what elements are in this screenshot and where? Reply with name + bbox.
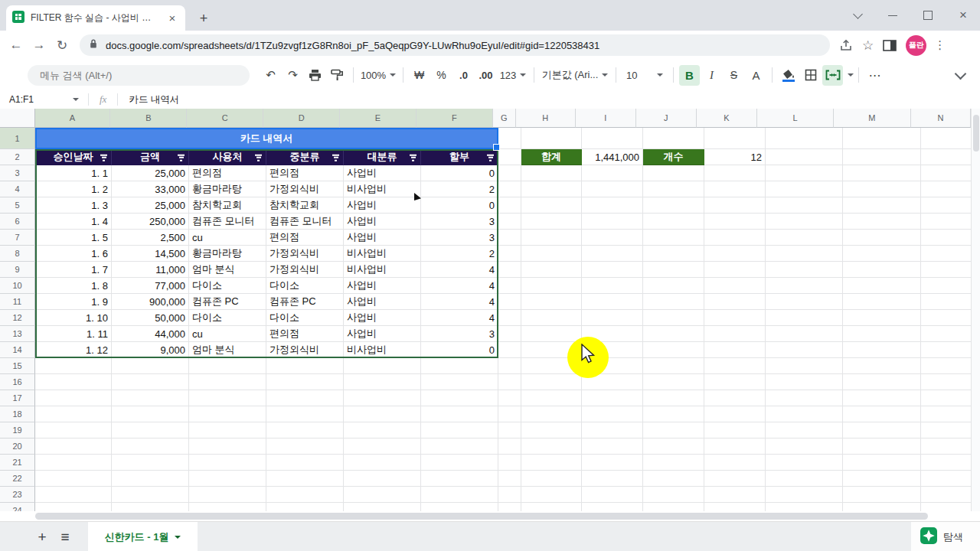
cell-K21[interactable] [704, 455, 766, 471]
row-header-1[interactable]: 1 [0, 128, 35, 149]
cell-L11[interactable] [766, 294, 843, 310]
column-header-N[interactable]: N [911, 109, 971, 128]
cell-G18[interactable] [498, 406, 521, 422]
cell-M21[interactable] [843, 455, 921, 471]
cell-L19[interactable] [766, 422, 843, 439]
cell-A23[interactable] [35, 487, 112, 503]
cell-D9[interactable]: 가정외식비 [266, 262, 344, 278]
cell-C23[interactable] [189, 487, 266, 503]
cell-K24[interactable] [704, 503, 766, 511]
cell-D3[interactable]: 편의점 [266, 165, 344, 181]
name-box[interactable]: A1:F1 [0, 94, 69, 105]
cell-I8[interactable] [582, 246, 643, 262]
cell-D7[interactable]: 편의점 [266, 230, 344, 246]
cell-F5[interactable]: 0 [421, 197, 498, 214]
cell-A13[interactable]: 1. 11 [35, 326, 112, 342]
cell-M9[interactable] [843, 262, 921, 278]
cell-N19[interactable] [921, 422, 971, 439]
cell-H18[interactable] [521, 406, 582, 422]
strikethrough-button[interactable]: S [724, 65, 744, 86]
cell-G20[interactable] [498, 439, 521, 455]
cell-E9[interactable]: 비사업비 [344, 262, 421, 278]
percent-format-button[interactable]: % [431, 65, 452, 86]
undo-icon[interactable]: ↶ [260, 65, 281, 86]
cell-C15[interactable] [189, 358, 266, 374]
cell-J19[interactable] [643, 422, 704, 439]
cell-J8[interactable] [643, 246, 704, 262]
row-header-9[interactable]: 9 [0, 262, 35, 278]
cell-K12[interactable] [704, 310, 766, 326]
cell-C3[interactable]: 편의점 [189, 165, 266, 181]
cell-G6[interactable] [498, 214, 521, 230]
cell-K5[interactable] [704, 197, 766, 214]
cell-B15[interactable] [112, 358, 189, 374]
row-header-11[interactable]: 11 [0, 294, 35, 310]
cell-F11[interactable]: 4 [421, 294, 498, 310]
cell-N7[interactable] [921, 230, 971, 246]
all-sheets-icon[interactable]: ≡ [54, 526, 77, 549]
cell-D21[interactable] [266, 455, 344, 471]
cell-N8[interactable] [921, 246, 971, 262]
cell-C8[interactable]: 황금마라탕 [189, 246, 266, 262]
cell-N9[interactable] [921, 262, 971, 278]
cell-N6[interactable] [921, 214, 971, 230]
cell-K13[interactable] [704, 326, 766, 342]
cell-L1[interactable] [766, 128, 843, 149]
cell-F9[interactable]: 4 [421, 262, 498, 278]
cell-L4[interactable] [766, 181, 843, 197]
row-header-8[interactable]: 8 [0, 246, 35, 262]
cell-C4[interactable]: 황금마라탕 [189, 181, 266, 197]
row-header-7[interactable]: 7 [0, 230, 35, 246]
row-header-15[interactable]: 15 [0, 358, 35, 374]
cell-A2[interactable]: 승인날짜 [35, 149, 112, 165]
fill-color-icon[interactable] [778, 65, 799, 86]
cell-G15[interactable] [498, 358, 521, 374]
cell-J21[interactable] [643, 455, 704, 471]
filter-icon[interactable] [332, 153, 339, 161]
cell-E16[interactable] [344, 374, 421, 390]
cell-I12[interactable] [582, 310, 643, 326]
menu-search-box[interactable] [28, 65, 250, 86]
cell-A21[interactable] [35, 455, 112, 471]
cell-C10[interactable]: 다이소 [189, 278, 266, 294]
cell-H5[interactable] [521, 197, 582, 214]
cell-F12[interactable]: 4 [421, 310, 498, 326]
column-header-J[interactable]: J [636, 109, 697, 128]
currency-format-button[interactable]: ₩ [409, 65, 430, 86]
cell-E13[interactable]: 사업비 [344, 326, 421, 342]
cell-H23[interactable] [521, 487, 582, 503]
cell-D6[interactable]: 컴퓨존 모니터 [266, 214, 344, 230]
cell-J20[interactable] [643, 439, 704, 455]
merge-cells-icon[interactable] [822, 65, 843, 86]
cell-G7[interactable] [498, 230, 521, 246]
spreadsheet-grid[interactable]: ABCDEFGHIJKLMN1카드 내역서2승인날짜금액사용처중분류대분류할부합… [0, 109, 971, 511]
cell-L7[interactable] [766, 230, 843, 246]
cell-L22[interactable] [766, 471, 843, 487]
print-icon[interactable] [305, 65, 325, 86]
row-header-12[interactable]: 12 [0, 310, 35, 326]
cell-F7[interactable]: 3 [421, 230, 498, 246]
collapse-toolbar-icon[interactable] [955, 68, 967, 80]
filter-icon[interactable] [255, 153, 262, 161]
cell-F10[interactable]: 4 [421, 278, 498, 294]
cell-J13[interactable] [643, 326, 704, 342]
column-header-K[interactable]: K [697, 109, 757, 128]
cell-L10[interactable] [766, 278, 843, 294]
cell-G21[interactable] [498, 455, 521, 471]
cell-D2[interactable]: 중분류 [266, 149, 344, 165]
cell-K6[interactable] [704, 214, 766, 230]
cell-E21[interactable] [344, 455, 421, 471]
forward-icon[interactable]: → [28, 37, 51, 53]
cell-F20[interactable] [421, 439, 498, 455]
cell-L6[interactable] [766, 214, 843, 230]
cell-H19[interactable] [521, 422, 582, 439]
cell-D14[interactable]: 가정외식비 [266, 342, 344, 358]
cell-B23[interactable] [112, 487, 189, 503]
cell-K14[interactable] [704, 342, 766, 358]
cell-K10[interactable] [704, 278, 766, 294]
filter-icon[interactable] [487, 153, 494, 161]
cell-D24[interactable] [266, 503, 344, 511]
cell-K17[interactable] [704, 390, 766, 406]
cell-M24[interactable] [843, 503, 921, 511]
cell-B6[interactable]: 250,000 [112, 214, 189, 230]
